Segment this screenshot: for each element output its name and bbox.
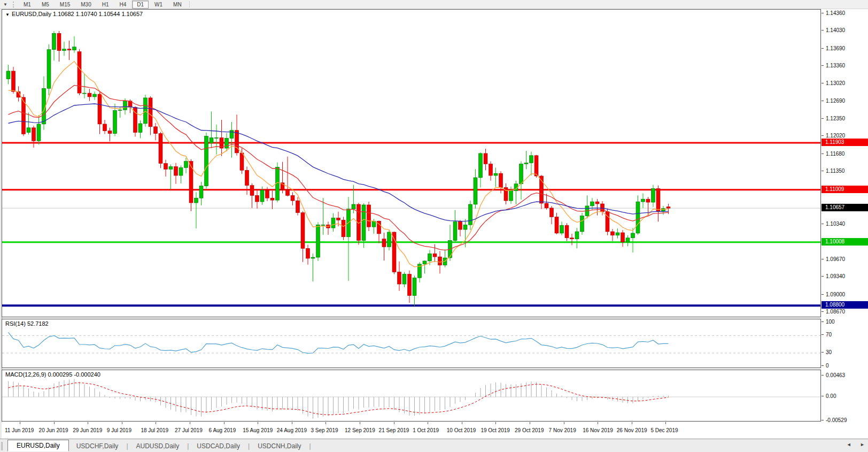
rsi-axis-tick: 0 <box>821 363 868 369</box>
tick-label: 1.13360 <box>826 63 845 69</box>
time-axis-tick <box>190 422 190 424</box>
timeframe-button-m30[interactable]: M30 <box>76 1 96 9</box>
tick-dash <box>821 420 824 420</box>
macd-histogram <box>9 379 669 418</box>
time-axis-tick <box>632 422 632 424</box>
time-axis-label: 3 Sep 2019 <box>311 427 338 433</box>
time-axis-label: 21 Sep 2019 <box>379 427 409 433</box>
time-axis-tick <box>394 422 394 424</box>
price-axis-tick: 1.10340 <box>821 221 868 227</box>
time-axis-tick <box>495 422 496 424</box>
time-axis-tick <box>564 422 564 424</box>
time-axis[interactable]: 11 Jun 201920 Jun 201929 Jun 20199 Jul 2… <box>2 422 868 439</box>
tick-dash <box>821 321 824 322</box>
chart-title: ▼EURUSD,Daily 1.10682 1.10740 1.10544 1.… <box>5 11 143 17</box>
tick-label: 0.00463 <box>826 372 845 379</box>
price-axis-tick: 1.13690 <box>821 45 868 52</box>
time-axis-label: 7 Nov 2019 <box>549 427 576 433</box>
time-axis-label: 1 Oct 2019 <box>413 427 439 433</box>
time-axis-tick <box>326 422 326 424</box>
timeframe-button-h4[interactable]: H4 <box>115 1 131 9</box>
rsi-canvas[interactable] <box>2 319 820 367</box>
price-axis-tick: 1.11680 <box>821 151 868 157</box>
price-line-badge: 1.10008 <box>821 238 868 246</box>
time-axis-label: 26 Nov 2019 <box>617 427 647 433</box>
price-line-badge: 1.08800 <box>821 301 868 309</box>
timeframe-toolbar: ▼ M1M5M15M30H1H4D1W1MN <box>0 0 868 9</box>
tick-dash <box>821 224 824 224</box>
tick-dash <box>821 396 824 396</box>
tab-scroll-left-icon[interactable]: ◄ <box>847 442 851 447</box>
tick-label: 1.09670 <box>826 256 845 263</box>
tick-label: 0 <box>826 363 829 369</box>
tick-label: 1.09340 <box>826 273 845 280</box>
tick-dash <box>821 83 824 83</box>
price-axis-tick: 1.13020 <box>821 80 868 87</box>
time-axis-label: 19 Oct 2019 <box>480 427 509 433</box>
tab-separator: | <box>126 442 128 450</box>
tick-dash <box>821 276 824 277</box>
chart-tab-eurusd[interactable]: EURUSD,Daily <box>7 440 69 451</box>
time-axis-tick <box>88 422 88 424</box>
time-axis-tick <box>224 422 224 424</box>
macd-indicator-pane[interactable]: MACD(12,26,9) 0.000295 -0.000240 <box>2 370 821 422</box>
tab-scroll-controls: ◄ ► <box>839 442 865 447</box>
time-axis-label: 12 Sep 2019 <box>345 427 375 433</box>
time-axis-label: 9 Jul 2019 <box>107 427 131 433</box>
time-axis-label: 29 Oct 2019 <box>515 427 544 433</box>
time-axis-label: 6 Aug 2019 <box>209 427 236 433</box>
rsi-axis-tick: 100 <box>821 319 868 325</box>
time-axis-tick <box>428 422 428 424</box>
tab-scroll-right-icon[interactable]: ► <box>860 442 865 447</box>
timeframe-button-d1[interactable]: D1 <box>132 1 149 9</box>
price-axis-tick: 1.14360 <box>821 10 868 17</box>
chart-dropdown-icon[interactable]: ▼ <box>0 2 11 7</box>
chart-tab-usdcnh[interactable]: USDCNH,Daily <box>250 441 308 451</box>
candlesticks-layer[interactable] <box>6 31 670 306</box>
tick-label: 30 <box>826 349 832 356</box>
timeframe-button-w1[interactable]: W1 <box>150 1 167 9</box>
tick-label: 1.08670 <box>826 309 845 315</box>
tick-label: 1.12690 <box>826 98 845 104</box>
tick-label: 1.11680 <box>826 151 844 157</box>
tick-dash <box>821 365 824 366</box>
time-axis-tick <box>258 422 258 424</box>
tick-label: 1.13020 <box>826 80 845 87</box>
macd-label: MACD(12,26,9) 0.000295 -0.000240 <box>5 371 100 378</box>
chart-tab-audusd[interactable]: AUDUSD,Daily <box>129 441 187 451</box>
price-chart-canvas[interactable] <box>2 10 820 317</box>
time-axis-tick <box>20 422 20 424</box>
timeframe-buttons: M1M5M15M30H1H4D1W1MN <box>18 1 187 9</box>
tick-dash <box>821 101 824 101</box>
price-axis-tick: 1.09000 <box>821 292 868 298</box>
chart-tab-usdchf[interactable]: USDCHF,Daily <box>69 441 126 451</box>
rsi-indicator-pane[interactable]: RSI(14) 52.7182 <box>2 319 821 368</box>
tick-dash <box>821 154 824 154</box>
tab-bar-grip-icon <box>1 442 5 450</box>
timeframe-button-m1[interactable]: M1 <box>19 1 36 9</box>
price-axis[interactable]: 1.143601.140301.136901.133601.130201.126… <box>821 9 868 422</box>
tick-label: 0.00 <box>826 393 836 400</box>
chart-title-dropdown-icon[interactable]: ▼ <box>5 12 10 17</box>
price-line-badge: 1.11009 <box>821 186 868 193</box>
tick-dash <box>821 352 824 353</box>
time-axis-tick <box>292 422 292 424</box>
tick-label: 1.13690 <box>826 45 845 52</box>
rsi-line <box>9 332 669 353</box>
tab-separator: | <box>187 442 189 450</box>
price-axis-tick: 1.13360 <box>821 63 868 69</box>
tick-dash <box>821 259 824 259</box>
chart-tab-usdcad[interactable]: USDCAD,Daily <box>189 441 247 451</box>
timeframe-button-m15[interactable]: M15 <box>55 1 75 9</box>
time-axis-tick <box>530 422 530 424</box>
price-chart-pane[interactable]: ▼EURUSD,Daily 1.10682 1.10740 1.10544 1.… <box>2 9 821 317</box>
time-axis-label: 29 Jun 2019 <box>73 427 102 433</box>
timeframe-button-m5[interactable]: M5 <box>37 1 54 9</box>
timeframe-button-h1[interactable]: H1 <box>97 1 114 9</box>
tick-dash <box>821 118 824 119</box>
tick-label: 1.12350 <box>826 116 845 122</box>
price-axis-tick: 1.11350 <box>821 168 868 174</box>
timeframe-button-mn[interactable]: MN <box>168 1 187 9</box>
tick-dash <box>821 30 824 30</box>
macd-canvas[interactable] <box>2 370 820 421</box>
